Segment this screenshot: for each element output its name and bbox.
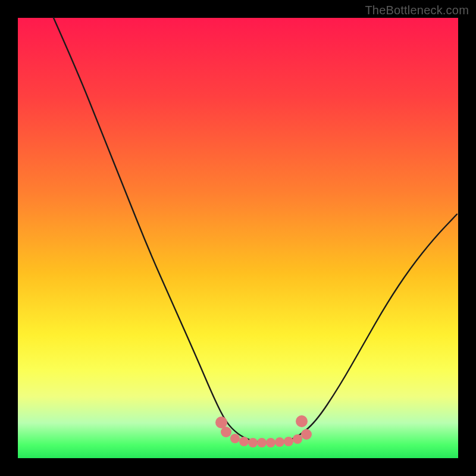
watermark-text: TheBottleneck.com: [365, 4, 469, 17]
trough-marker: [275, 437, 284, 447]
trough-marker: [239, 437, 249, 446]
chart-frame: TheBottleneck.com: [0, 0, 476, 476]
trough-marker: [296, 415, 308, 427]
trough-marker: [257, 438, 267, 447]
bottleneck-curve: [54, 18, 457, 443]
trough-marker: [266, 438, 275, 447]
trough-marker: [293, 434, 302, 444]
trough-marker: [230, 434, 240, 443]
trough-marker: [248, 438, 258, 447]
curve-layer: [18, 18, 458, 458]
trough-marker: [284, 437, 293, 446]
plot-area: [18, 18, 458, 458]
trough-marker: [301, 429, 312, 440]
trough-markers: [215, 415, 312, 447]
trough-marker: [215, 416, 227, 428]
